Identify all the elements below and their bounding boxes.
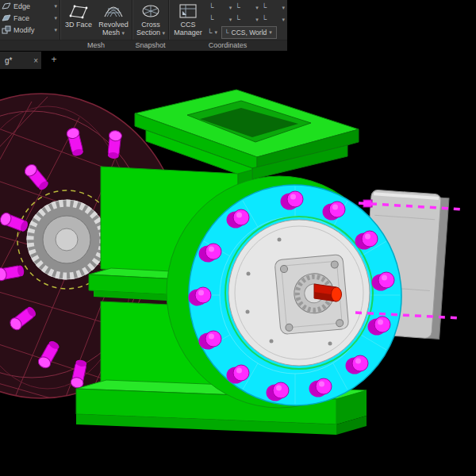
chevron-down-icon: ▾ [54, 3, 59, 10]
axis-icon: └ [262, 4, 267, 11]
menu-item-label: Edge [13, 2, 30, 10]
axis-icon: └ [235, 4, 240, 11]
menu-item-modify[interactable]: Modify ▾ [2, 25, 59, 36]
coordinate-tool[interactable]: └▾ [233, 13, 259, 25]
ribbon: Edge ▾ Face ▾ Modify ▾ 3D Fa [0, 0, 287, 51]
coordinate-tools-grid: └▾ └▾ └▾ └▾ └▾ └▾ [207, 2, 286, 25]
coordinate-tool[interactable]: └▾ [233, 2, 259, 13]
menu-item-face[interactable]: Face ▾ [2, 13, 59, 24]
3d-face-icon [68, 2, 89, 20]
panel-separator [168, 0, 169, 40]
menu-item-edge[interactable]: Edge ▾ [2, 1, 59, 12]
face-icon [2, 13, 11, 23]
button-label: CCS Manager [174, 21, 202, 36]
panel-label-coordinates[interactable]: Coordinates [169, 41, 286, 49]
modify-icon [2, 25, 11, 35]
chevron-down-icon: ▾ [269, 29, 274, 36]
panel-label-mesh[interactable]: Mesh [60, 41, 132, 49]
new-tab-button[interactable]: + [48, 54, 60, 67]
revolved-mesh-icon [103, 2, 124, 20]
axis-icon: └ [235, 16, 240, 23]
model-canvas[interactable] [0, 70, 476, 476]
chevron-down-icon: ▾ [282, 17, 286, 23]
menu-item-label: Modify [13, 26, 35, 34]
button-label: Cross Section [136, 21, 160, 36]
axis-icon: └ [225, 29, 229, 36]
coordinate-tool[interactable]: └▾ [260, 13, 286, 25]
axis-icon: └ [207, 29, 212, 36]
revolved-mesh-button[interactable]: Revolved Mesh ▾ [96, 1, 131, 40]
edge-icon [2, 2, 11, 11]
cross-section-button[interactable]: Cross Section ▾ [133, 1, 168, 40]
3d-face-button[interactable]: 3D Face [62, 1, 95, 40]
chevron-down-icon: ▾ [54, 27, 59, 33]
ccs-manager-icon [178, 2, 198, 20]
ccs-manager-button[interactable]: CCS Manager [170, 1, 206, 40]
chevron-down-icon: ▾ [163, 30, 166, 36]
axis-icon: └ [209, 16, 213, 23]
ccs-dropdown-value: CCS, World [232, 29, 267, 36]
application-window: Edge ▾ Face ▾ Modify ▾ 3D Fa [0, 0, 476, 476]
axis-icon: └ [209, 4, 213, 11]
ribbon-menu-column: Edge ▾ Face ▾ Modify ▾ [0, 0, 60, 40]
menu-item-label: Face [13, 14, 29, 22]
ccs-world-dropdown[interactable]: └ CCS, World ▾ [221, 26, 277, 39]
panel-separator [132, 0, 132, 40]
drawing-tab[interactable]: g* × [0, 52, 41, 69]
chevron-down-icon: ▾ [54, 15, 59, 21]
axis-icon: └ [262, 16, 267, 23]
chevron-down-icon: ▾ [282, 5, 286, 11]
panel-label-snapshot[interactable]: Snapshot [132, 41, 168, 49]
ccs-selector-row: └ ▾ └ CCS, World ▾ [207, 26, 277, 39]
chevron-down-icon: ▾ [214, 29, 219, 36]
button-label: 3D Face [65, 21, 92, 29]
model-viewport[interactable] [0, 70, 476, 476]
close-tab-icon[interactable]: × [33, 56, 38, 65]
drawing-tab-label: g* [5, 56, 12, 65]
drawing-tab-bar: g* × + [0, 51, 476, 70]
coordinate-tool[interactable]: └▾ [207, 2, 233, 13]
cross-section-icon [140, 2, 161, 20]
panel-label-strip: Mesh Snapshot Coordinates [0, 40, 287, 51]
coordinate-tool[interactable]: └▾ [260, 2, 286, 13]
panel-separator [60, 0, 60, 40]
coordinate-tool[interactable]: └▾ [207, 13, 233, 25]
chevron-down-icon: ▾ [122, 30, 125, 36]
